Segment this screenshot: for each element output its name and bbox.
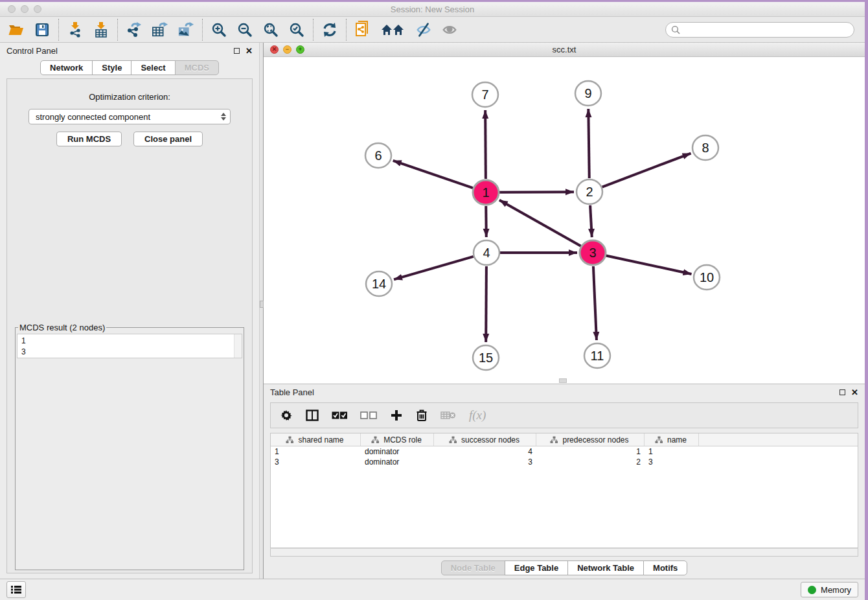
column-header-name[interactable]: name xyxy=(645,433,699,446)
zoom-selected-icon[interactable] xyxy=(288,21,305,38)
close-panel-icon[interactable]: ✕ xyxy=(246,47,253,55)
table-cell[interactable]: 3 xyxy=(434,457,536,467)
table-cell[interactable]: 3 xyxy=(645,457,699,467)
graph-edge-3-1[interactable] xyxy=(499,200,581,246)
close-table-panel-icon[interactable]: ✕ xyxy=(851,388,858,397)
close-panel-button[interactable]: Close panel xyxy=(133,132,203,146)
tab-motifs[interactable]: Motifs xyxy=(643,560,687,575)
graph-edge-1-2[interactable] xyxy=(499,192,574,192)
graph-edge-4-15[interactable] xyxy=(486,266,486,342)
table-cell[interactable]: 1 xyxy=(645,446,699,457)
tab-network-table[interactable]: Network Table xyxy=(567,560,644,575)
graph-edge-2-9[interactable] xyxy=(588,109,589,178)
table-cell[interactable]: 3 xyxy=(271,457,361,467)
table-cell[interactable]: 1 xyxy=(536,446,645,457)
network-from-selection-icon[interactable] xyxy=(354,21,371,38)
column-header-successor-nodes[interactable]: successor nodes xyxy=(434,433,536,446)
graph-edge-3-10[interactable] xyxy=(606,255,692,274)
export-network-icon[interactable] xyxy=(126,21,143,38)
horizontal-splitter-grip[interactable] xyxy=(559,378,567,383)
task-history-button[interactable] xyxy=(6,581,26,598)
result-scrollbar[interactable] xyxy=(234,334,242,358)
float-panel-icon[interactable] xyxy=(234,48,240,54)
network-minimize-icon[interactable]: − xyxy=(283,45,291,54)
save-session-icon[interactable] xyxy=(34,21,51,38)
import-network-icon[interactable] xyxy=(67,21,84,38)
zoom-fit-icon[interactable] xyxy=(262,21,279,38)
table-cell[interactable]: 4 xyxy=(434,446,536,457)
graph-node-4[interactable]: 4 xyxy=(474,240,499,265)
tab-mcds[interactable]: MCDS xyxy=(175,60,219,75)
column-header-MCDS-role[interactable]: MCDS role xyxy=(361,433,434,446)
graph-node-7[interactable]: 7 xyxy=(472,82,498,107)
graph-edge-2-8[interactable] xyxy=(602,154,691,187)
tab-edge-table[interactable]: Edge Table xyxy=(505,560,568,575)
memory-button[interactable]: Memory xyxy=(801,582,858,597)
svg-text:7: 7 xyxy=(481,87,488,102)
table-cell[interactable]: dominator xyxy=(361,457,434,467)
mcds-result-list[interactable]: 1 3 xyxy=(17,334,234,358)
tab-node-table[interactable]: Node Table xyxy=(441,560,505,575)
app-window: Session: New Session xyxy=(0,2,865,600)
table-cell[interactable]: 2 xyxy=(536,457,645,467)
graph-node-6[interactable]: 6 xyxy=(365,143,391,168)
add-row-icon[interactable] xyxy=(390,409,403,422)
network-graph[interactable]: 7968124314101511 xyxy=(264,57,863,384)
criterion-select[interactable]: strongly connected component xyxy=(29,109,231,124)
graph-edge-4-14[interactable] xyxy=(394,257,474,280)
delete-row-icon[interactable] xyxy=(416,409,428,422)
select-all-rows-icon[interactable] xyxy=(332,411,347,419)
search-field[interactable] xyxy=(665,22,854,38)
network-close-icon[interactable]: ✕ xyxy=(270,45,279,54)
search-input[interactable] xyxy=(683,25,849,34)
deselect-all-rows-icon[interactable] xyxy=(360,411,377,419)
hide-selected-icon[interactable] xyxy=(415,21,432,38)
tab-style[interactable]: Style xyxy=(92,60,131,75)
table-cell[interactable]: dominator xyxy=(361,446,434,457)
network-maximize-icon[interactable]: + xyxy=(296,45,304,54)
column-type-icon xyxy=(550,436,558,444)
network-canvas[interactable]: 7968124314101511 xyxy=(264,57,865,384)
export-table-icon[interactable] xyxy=(152,21,168,38)
graph-node-11[interactable]: 11 xyxy=(584,343,610,368)
tab-select[interactable]: Select xyxy=(131,60,175,75)
graph-node-14[interactable]: 14 xyxy=(366,271,392,296)
svg-text:4: 4 xyxy=(483,246,490,260)
title-bar: Session: New Session xyxy=(0,2,865,17)
apply-layout-icon[interactable] xyxy=(321,21,338,38)
graph-edge-1-4[interactable] xyxy=(486,206,486,237)
graph-node-9[interactable]: 9 xyxy=(575,81,601,106)
graph-node-1[interactable]: 1 xyxy=(473,180,499,205)
graph-node-2[interactable]: 2 xyxy=(577,179,602,204)
zoom-in-icon[interactable] xyxy=(211,21,227,38)
column-header-predecessor-nodes[interactable]: predecessor nodes xyxy=(536,433,645,446)
graph-node-15[interactable]: 15 xyxy=(473,345,499,370)
table-settings-icon[interactable] xyxy=(280,409,293,422)
run-mcds-button[interactable]: Run MCDS xyxy=(56,132,122,146)
table-row[interactable]: 3dominator323 xyxy=(271,457,858,467)
first-neighbors-icon[interactable] xyxy=(380,21,406,38)
graph-edge-2-3[interactable] xyxy=(590,205,592,237)
graph-edge-1-6[interactable] xyxy=(393,161,473,188)
open-file-icon[interactable] xyxy=(8,21,25,38)
table-horizontal-scrollbar[interactable] xyxy=(270,548,858,557)
svg-text:3: 3 xyxy=(589,246,596,260)
import-table-icon[interactable] xyxy=(93,21,109,38)
tab-network[interactable]: Network xyxy=(40,60,93,75)
export-image-icon[interactable] xyxy=(177,21,194,38)
graph-node-10[interactable]: 10 xyxy=(694,265,720,290)
table-row[interactable]: 1dominator411 xyxy=(271,446,858,457)
vertical-splitter[interactable] xyxy=(259,43,264,579)
table-cell[interactable]: 1 xyxy=(271,446,361,457)
float-table-panel-icon[interactable] xyxy=(839,389,845,395)
graph-edge-1-7[interactable] xyxy=(485,110,486,179)
graph-node-8[interactable]: 8 xyxy=(692,135,718,160)
function-builder-icon: f(x) xyxy=(469,408,486,422)
column-type-icon xyxy=(286,436,294,444)
column-header-shared-name[interactable]: shared name xyxy=(271,433,361,446)
column-type-icon xyxy=(371,436,380,444)
graph-edge-3-11[interactable] xyxy=(593,266,597,340)
graph-node-3[interactable]: 3 xyxy=(580,240,606,265)
zoom-out-icon[interactable] xyxy=(236,21,253,38)
column-panel-icon[interactable] xyxy=(306,410,319,421)
